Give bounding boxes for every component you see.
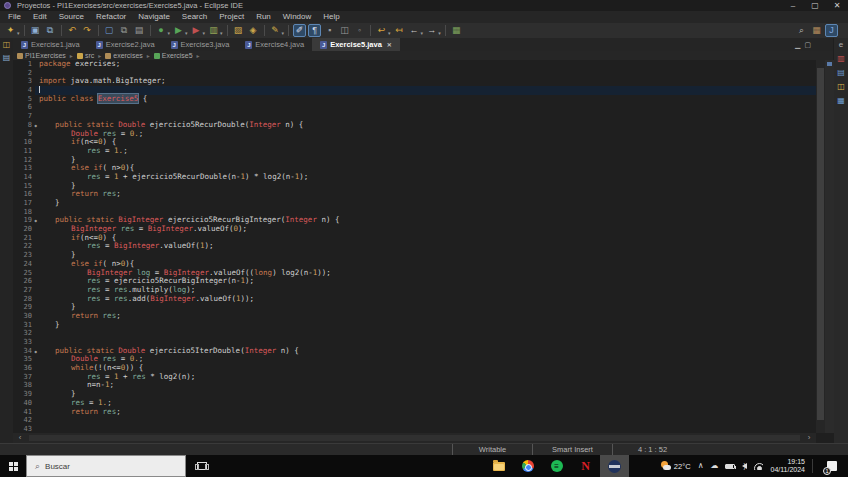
code-text[interactable]: import java.math.BigInteger;: [35, 77, 816, 86]
battery-icon[interactable]: [725, 464, 735, 469]
code-line[interactable]: 37res = 1 + res * log2(n);: [13, 373, 816, 382]
code-line[interactable]: 20BigInteger res = BigInteger.valueOf(0)…: [13, 225, 816, 234]
pin-editor-icon[interactable]: ◦: [353, 24, 366, 37]
menu-navigate[interactable]: Navigate: [132, 11, 176, 23]
overview-ruler[interactable]: [825, 60, 834, 433]
menu-window[interactable]: Window: [277, 11, 317, 23]
menu-search[interactable]: Search: [176, 11, 213, 23]
horizontal-scrollbar[interactable]: ‹ ›: [13, 433, 816, 443]
code-line[interactable]: 9Double res = 0.;: [13, 130, 816, 139]
onedrive-cloud-icon[interactable]: ☁: [710, 462, 718, 470]
line-number[interactable]: 6: [13, 103, 35, 112]
last-edit-location-icon[interactable]: ↩: [375, 24, 388, 37]
code-line[interactable]: 11res = 1.;: [13, 147, 816, 156]
code-text[interactable]: BigInteger res = BigInteger.valueOf(0);: [35, 225, 816, 234]
open-task-icon[interactable]: ◫: [338, 24, 351, 37]
line-number[interactable]: 15: [13, 182, 35, 191]
line-number[interactable]: 2: [13, 69, 35, 78]
show-whitespace-icon[interactable]: ¶: [308, 24, 321, 37]
maximize-button[interactable]: ▢: [804, 0, 826, 11]
breadcrumb-item-exercise5[interactable]: Exercise5: [154, 52, 193, 59]
line-number[interactable]: 23: [13, 251, 35, 260]
code-line[interactable]: 3import java.math.BigInteger;: [13, 77, 816, 86]
line-number[interactable]: 40: [13, 399, 35, 408]
line-number[interactable]: 3: [13, 77, 35, 86]
perspective-java-icon[interactable]: J: [825, 24, 838, 37]
line-number[interactable]: 33: [13, 338, 35, 347]
breadcrumb-item-exercises[interactable]: exercises: [105, 52, 143, 59]
code-text[interactable]: package exercises;: [35, 60, 816, 69]
tab-exercise1-java[interactable]: JExercise1.java: [13, 38, 88, 51]
new-java-project-icon[interactable]: ▨: [232, 24, 245, 37]
minimized-view-4-icon[interactable]: ◫: [836, 82, 846, 92]
menu-run[interactable]: Run: [250, 11, 277, 23]
code-text[interactable]: res = 1 + ejercicio5RecurDouble(n-1) * l…: [35, 173, 816, 182]
code-line[interactable]: 28res = res.add(BigInteger.valueOf(1));: [13, 295, 816, 304]
minimized-view-5-icon[interactable]: ▦: [836, 96, 846, 106]
run-dropdown-icon[interactable]: ▾: [185, 30, 188, 36]
menu-project[interactable]: Project: [213, 11, 250, 23]
undo-icon[interactable]: ↶: [66, 24, 79, 37]
code-line[interactable]: 32: [13, 329, 816, 338]
line-number[interactable]: 42: [13, 416, 35, 425]
code-text[interactable]: res = BigInteger.valueOf(1);: [35, 242, 816, 251]
line-number[interactable]: 12: [13, 156, 35, 165]
line-number[interactable]: 11: [13, 147, 35, 156]
code-line[interactable]: 30return res;: [13, 312, 816, 321]
code-text[interactable]: res = 1.;: [35, 399, 816, 408]
external-tools-icon[interactable]: ✎: [269, 24, 282, 37]
save-all-icon[interactable]: ⧉: [44, 24, 57, 37]
horizontal-scrollbar-thumb[interactable]: [29, 435, 800, 441]
tab-exercise3-java[interactable]: JExercise3.java: [163, 38, 238, 51]
clock[interactable]: 19:15 04/11/2024: [770, 458, 805, 474]
line-number[interactable]: 8●: [13, 121, 35, 130]
open-resource-icon[interactable]: ▢: [103, 24, 116, 37]
code-text[interactable]: [35, 86, 816, 95]
minimized-view-1-icon[interactable]: e: [836, 40, 846, 50]
code-text[interactable]: [35, 329, 816, 338]
scroll-right-icon[interactable]: ›: [802, 433, 816, 443]
line-number[interactable]: 19●: [13, 216, 35, 225]
mark-occurrences-icon[interactable]: ✐: [293, 24, 306, 37]
code-line[interactable]: 15}: [13, 182, 816, 191]
breadcrumb-item-pi1exercises[interactable]: PI1Exercises: [17, 52, 66, 59]
close-button[interactable]: ✕: [826, 0, 848, 11]
code-line[interactable]: 14res = 1 + ejercicio5RecurDouble(n-1) *…: [13, 173, 816, 182]
search-icon[interactable]: ⌕: [795, 24, 808, 37]
code-editor[interactable]: 1package exercises;23import java.math.Bi…: [13, 60, 816, 434]
code-line[interactable]: 1package exercises;: [13, 60, 816, 69]
scroll-left-icon[interactable]: ‹: [13, 433, 27, 443]
line-number[interactable]: 38: [13, 381, 35, 390]
code-line[interactable]: 41return res;: [13, 408, 816, 417]
new-wizard-icon[interactable]: ✦: [4, 24, 17, 37]
code-text[interactable]: return res;: [35, 408, 816, 417]
previous-edit-icon[interactable]: ↤: [393, 24, 406, 37]
notification-center-button[interactable]: 1: [820, 455, 844, 477]
line-number[interactable]: 18: [13, 208, 35, 217]
copy-icon[interactable]: ⧉: [118, 24, 131, 37]
last-edit-location-dropdown-icon[interactable]: ▾: [388, 30, 391, 36]
minimize-view-icon[interactable]: ▁: [795, 38, 800, 51]
line-number[interactable]: 31: [13, 321, 35, 330]
forward-dropdown-icon[interactable]: ▾: [438, 30, 441, 36]
line-number[interactable]: 30: [13, 312, 35, 321]
forward-icon[interactable]: →: [425, 24, 438, 37]
code-text[interactable]: res = res.add(BigInteger.valueOf(1));: [35, 295, 816, 304]
line-number[interactable]: 17: [13, 199, 35, 208]
new-wizard-dropdown-icon[interactable]: ▾: [17, 30, 20, 36]
coverage-dropdown-icon[interactable]: ▾: [220, 30, 223, 36]
code-text[interactable]: Double res = 0.;: [35, 130, 816, 139]
menu-file[interactable]: File: [2, 11, 27, 23]
maximize-view-icon[interactable]: ▢: [804, 38, 811, 51]
code-text[interactable]: }: [35, 390, 816, 399]
code-text[interactable]: [35, 103, 816, 112]
line-number[interactable]: 16: [13, 190, 35, 199]
line-number[interactable]: 28: [13, 295, 35, 304]
tab-exercise4-java[interactable]: JExercise4.java: [237, 38, 312, 51]
volume-icon[interactable]: [742, 463, 747, 469]
code-line[interactable]: 42: [13, 416, 816, 425]
breadcrumb-item-src[interactable]: src: [77, 52, 94, 59]
code-line[interactable]: 22res = BigInteger.valueOf(1);: [13, 242, 816, 251]
code-line[interactable]: 38n=n-1;: [13, 381, 816, 390]
tray-expand-icon[interactable]: ∧: [698, 462, 704, 470]
